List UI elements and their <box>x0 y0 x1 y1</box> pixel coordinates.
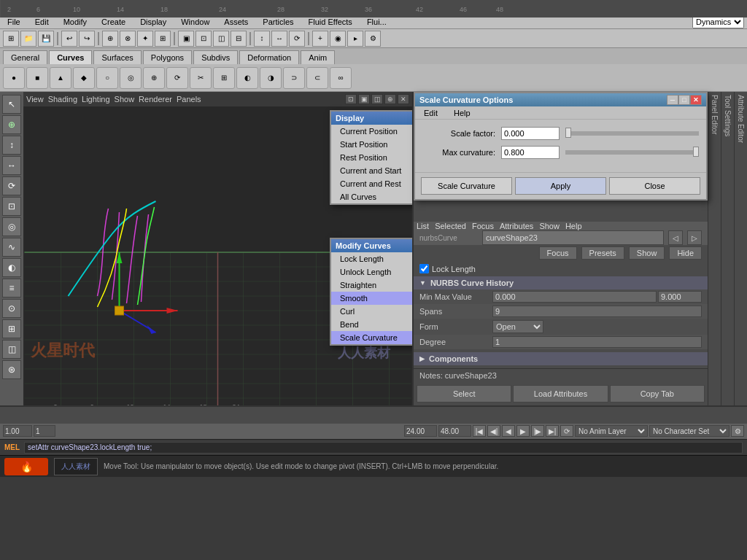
display-item-current-position[interactable]: Current Position <box>331 125 412 138</box>
max-curvature-slider-thumb[interactable] <box>693 147 699 157</box>
attr-presets-btn[interactable]: Presets <box>581 246 624 260</box>
toolbar-btn-16[interactable]: ⟳ <box>289 31 305 47</box>
display-item-start-position[interactable]: Start Position <box>331 138 412 151</box>
current-time-input[interactable] <box>404 425 437 437</box>
attr-hide-btn[interactable]: Hide <box>669 246 702 260</box>
shelf-icon-10[interactable]: ⊞ <box>213 67 235 89</box>
scale-menu-edit[interactable]: Edit <box>419 107 442 119</box>
toolbar-btn-7[interactable]: ⊗ <box>120 31 136 47</box>
toolbar-btn-9[interactable]: ⊞ <box>155 31 171 47</box>
viewport-menu-panels[interactable]: Panels <box>177 95 201 104</box>
play-back-button[interactable]: ◀ <box>502 425 515 437</box>
toolbar-btn-17[interactable]: + <box>312 31 328 47</box>
tool-btn-13[interactable]: ⊛ <box>2 360 21 379</box>
toolbar-btn-5[interactable]: ↪ <box>79 31 95 47</box>
modify-item-smooth[interactable]: Smooth ▸ <box>331 292 412 305</box>
current-frame-input[interactable] <box>34 425 55 437</box>
shelf-icon-7[interactable]: ⊕ <box>143 67 165 89</box>
tool-btn-7[interactable]: ∿ <box>2 238 21 257</box>
viewport-btn-2[interactable]: ▣ <box>358 94 370 104</box>
scale-dialog-maximize[interactable]: □ <box>678 95 690 105</box>
viewport-menu-view[interactable]: View <box>26 95 44 104</box>
end-time-input[interactable] <box>438 425 471 437</box>
tool-btn-11[interactable]: ⊞ <box>2 319 21 338</box>
spans-input[interactable] <box>492 306 702 317</box>
tool-settings-label[interactable]: Tool Settings <box>724 92 732 139</box>
viewport-menu-renderer[interactable]: Renderer <box>139 95 172 104</box>
tool-btn-5[interactable]: ⊡ <box>2 197 21 216</box>
toolbar-btn-18[interactable]: ◉ <box>330 31 346 47</box>
copy-tab-button[interactable]: Copy Tab <box>610 385 705 402</box>
tool-btn-9[interactable]: ≡ <box>2 279 21 298</box>
modify-item-straighten[interactable]: Straighten ▸ <box>331 279 412 292</box>
tab-surfaces[interactable]: Surfaces <box>93 50 141 64</box>
apply-button[interactable]: Apply <box>515 177 606 195</box>
go-end-button[interactable]: ▶| <box>546 425 559 437</box>
viewport-menu-lighting[interactable]: Lighting <box>82 95 110 104</box>
tab-general[interactable]: General <box>3 50 47 64</box>
shelf-icon-14[interactable]: ⊂ <box>306 67 328 89</box>
viewport-btn-3[interactable]: ◫ <box>371 94 383 104</box>
tab-curves[interactable]: Curves <box>49 50 92 64</box>
tool-btn-8[interactable]: ◐ <box>2 258 21 277</box>
max-value-input[interactable] <box>658 291 702 303</box>
attr-menu-show[interactable]: Show <box>539 222 560 230</box>
close-dialog-button[interactable]: Close <box>609 177 700 195</box>
toolbar-btn-6[interactable]: ⊕ <box>102 31 118 47</box>
viewport-btn-5[interactable]: ✕ <box>398 94 409 104</box>
shelf-icon-15[interactable]: ∞ <box>330 67 352 89</box>
attribute-editor-label[interactable]: Attribute Editor <box>737 92 745 146</box>
modify-item-bend[interactable]: Bend ▸ <box>331 318 412 331</box>
modify-item-scale-curvature[interactable]: Scale Curvature ▸ <box>331 331 412 344</box>
attr-show-btn[interactable]: Show <box>629 246 665 260</box>
shelf-icon-12[interactable]: ◑ <box>260 67 282 89</box>
nurbs-section-header[interactable]: ▼ NURBS Curve History <box>414 276 708 289</box>
degree-input[interactable] <box>492 336 702 348</box>
char-set-select[interactable]: No Character Set <box>649 425 729 437</box>
mel-command-input[interactable] <box>24 442 743 454</box>
attr-object-name-input[interactable] <box>482 230 664 245</box>
display-item-current-rest[interactable]: Current and Rest <box>331 177 412 190</box>
display-item-current-start[interactable]: Current and Start <box>331 164 412 177</box>
toolbar-btn-1[interactable]: ⊞ <box>3 31 19 47</box>
loop-button[interactable]: ⟳ <box>560 425 573 437</box>
tool-btn-6[interactable]: ◎ <box>2 217 21 236</box>
toolbar-btn-11[interactable]: ⊡ <box>196 31 212 47</box>
tab-subdivs[interactable]: Subdivs <box>193 50 238 64</box>
shelf-icon-4[interactable]: ◆ <box>73 67 95 89</box>
toolbar-btn-2[interactable]: 📁 <box>20 31 36 47</box>
shelf-icon-8[interactable]: ⟳ <box>166 67 188 89</box>
toolbar-btn-8[interactable]: ✦ <box>137 31 153 47</box>
modify-item-curl[interactable]: Curl ▸ <box>331 305 412 318</box>
attr-header-btn-2[interactable]: ▷ <box>687 230 702 245</box>
tool-btn-4[interactable]: ⟳ <box>2 176 21 195</box>
attr-focus-btn[interactable]: Focus <box>539 246 577 260</box>
attr-menu-attributes[interactable]: Attributes <box>500 222 533 230</box>
tool-btn-12[interactable]: ◫ <box>2 340 21 359</box>
scale-dialog-minimize[interactable]: ─ <box>667 95 678 105</box>
tool-btn-10[interactable]: ⊙ <box>2 299 21 318</box>
viewport-btn-4[interactable]: ⊕ <box>384 94 396 104</box>
toolbar-btn-4[interactable]: ↩ <box>61 31 77 47</box>
select-tool-btn[interactable]: ↖ <box>2 95 21 114</box>
toolbar-btn-13[interactable]: ⊟ <box>231 31 247 47</box>
viewport-btn-1[interactable]: ⊡ <box>345 94 357 104</box>
max-curvature-input[interactable] <box>501 146 560 159</box>
shelf-icon-6[interactable]: ◎ <box>120 67 142 89</box>
toolbar-btn-12[interactable]: ◫ <box>213 31 229 47</box>
start-time-input[interactable] <box>3 425 32 437</box>
toolbar-btn-19[interactable]: ▸ <box>347 31 363 47</box>
attr-menu-help[interactable]: Help <box>565 222 582 230</box>
toolbar-btn-20[interactable]: ⚙ <box>365 31 381 47</box>
timeline-ruler[interactable]: 2 6 10 14 18 24 28 32 36 42 46 48 <box>0 407 747 424</box>
display-item-all-curves[interactable]: All Curves <box>331 190 412 203</box>
anim-layer-select[interactable]: No Anim Layer <box>575 425 648 437</box>
shelf-icon-11[interactable]: ◐ <box>236 67 258 89</box>
toolbar-btn-15[interactable]: ↔ <box>271 31 287 47</box>
tool-btn-1[interactable]: ⊕ <box>2 115 21 134</box>
toolbar-btn-10[interactable]: ▣ <box>178 31 194 47</box>
shelf-icon-3[interactable]: ▲ <box>50 67 71 89</box>
tool-btn-2[interactable]: ↕ <box>2 136 21 155</box>
timeline-settings-btn[interactable]: ⚙ <box>731 425 744 437</box>
shelf-icon-2[interactable]: ■ <box>26 67 48 89</box>
